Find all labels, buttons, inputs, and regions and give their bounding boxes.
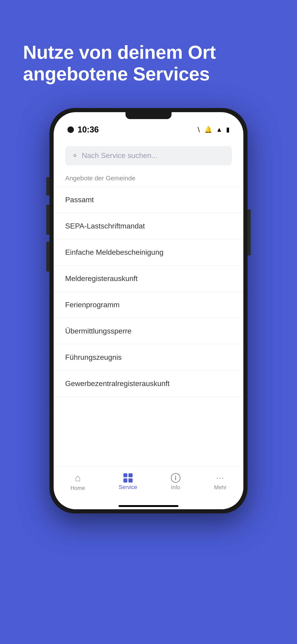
camera-dot	[68, 126, 74, 133]
hero-section: Nutze von deinem Ort angebotene Services	[0, 0, 297, 104]
volume-down-button	[46, 242, 50, 272]
info-icon: i	[171, 473, 180, 483]
phone-screen: 10:36 ∖ 🔔 ▲ ▮ ⚬ Nach Service suchen...	[54, 112, 243, 509]
power-button	[248, 209, 251, 256]
nav-label-home: Home	[70, 485, 85, 491]
status-bar: 10:36 ∖ 🔔 ▲ ▮	[54, 112, 243, 139]
hero-title: Nutze von deinem Ort angebotene Services	[23, 42, 274, 85]
service-list: Passamt SEPA-Lastschriftmandat Einfache …	[54, 186, 243, 466]
mute-icon: 🔔	[204, 126, 212, 133]
phone-mockup: 10:36 ∖ 🔔 ▲ ▮ ⚬ Nach Service suchen...	[50, 108, 248, 514]
nav-label-mehr: Mehr	[214, 484, 226, 490]
volume-up-button	[46, 205, 50, 235]
list-item[interactable]: Führungszeugnis	[54, 344, 243, 370]
grid-icon	[124, 473, 132, 482]
list-item[interactable]: Einfache Meldebescheinigung	[54, 239, 243, 266]
bluetooth-icon: ∖	[196, 126, 200, 133]
nav-item-home[interactable]: ⌂ Home	[61, 470, 94, 494]
battery-icon: ▮	[226, 126, 230, 133]
nav-item-service[interactable]: Service	[110, 471, 146, 493]
search-bar[interactable]: ⚬ Nach Service suchen...	[65, 146, 232, 166]
home-icon: ⌂	[75, 472, 80, 484]
list-item[interactable]: SEPA-Lastschriftmandat	[54, 213, 243, 239]
app-content: ⚬ Nach Service suchen... Angebote der Ge…	[54, 139, 243, 509]
nav-item-mehr[interactable]: ··· Mehr	[205, 471, 236, 493]
search-placeholder: Nach Service suchen...	[82, 151, 158, 160]
nav-label-info: Info	[171, 484, 180, 490]
search-icon: ⚬	[72, 151, 78, 160]
list-item[interactable]: Übermittlungssperre	[54, 318, 243, 344]
status-time: 10:36	[68, 125, 99, 134]
nav-item-info[interactable]: i Info	[162, 471, 190, 493]
wifi-icon: ▲	[216, 126, 222, 133]
nav-label-service: Service	[119, 484, 137, 490]
list-item[interactable]: Passamt	[54, 186, 243, 213]
search-bar-container: ⚬ Nach Service suchen...	[54, 146, 243, 166]
section-label: Angebote der Gemeinde	[54, 174, 243, 182]
volume-mute-button	[46, 177, 50, 196]
list-item[interactable]: Melderegisterauskunft	[54, 266, 243, 292]
status-icons: ∖ 🔔 ▲ ▮	[196, 126, 230, 133]
list-item[interactable]: Ferienprogramm	[54, 292, 243, 318]
list-item[interactable]: Gewerbezentralregisterauskunft	[54, 370, 243, 397]
more-icon: ···	[216, 473, 224, 483]
home-indicator	[118, 505, 178, 507]
bottom-nav: ⌂ Home Service i Info	[54, 466, 243, 505]
phone-frame: 10:36 ∖ 🔔 ▲ ▮ ⚬ Nach Service suchen...	[50, 108, 248, 514]
